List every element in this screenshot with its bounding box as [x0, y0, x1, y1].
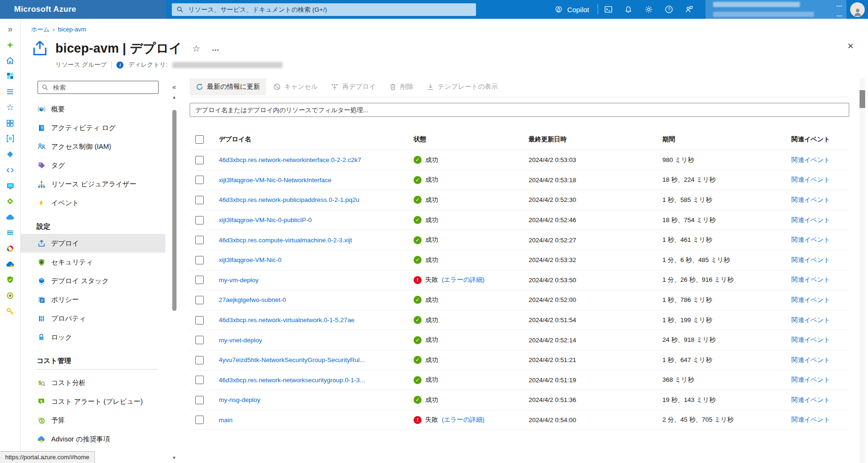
row-checkbox[interactable]: [195, 316, 204, 324]
global-search[interactable]: [172, 3, 476, 16]
all-services-icon[interactable]: [0, 84, 21, 100]
related-events-link[interactable]: 関連イベント: [791, 216, 830, 224]
collapse-menu-icon[interactable]: «: [172, 83, 176, 95]
related-events-link[interactable]: 関連イベント: [791, 416, 830, 423]
row-checkbox[interactable]: [195, 156, 204, 164]
create-resource-icon[interactable]: +: [0, 37, 21, 52]
sidebar-item-properties[interactable]: プロパティ: [21, 309, 165, 328]
code-samples-icon[interactable]: [0, 162, 21, 178]
row-checkbox[interactable]: [195, 296, 204, 304]
menu-scrollbar-thumb[interactable]: [172, 110, 177, 311]
related-events-link[interactable]: 関連イベント: [791, 296, 830, 303]
sidebar-item-resource-visualizer[interactable]: リソース ビジュアライザー: [21, 175, 165, 193]
row-checkbox[interactable]: [195, 236, 204, 244]
deployment-name-link[interactable]: xijt3lfaqgroe-VM-Nic-0-NetworkInterface: [219, 177, 414, 184]
account-overflow-icon-2[interactable]: …: [836, 11, 843, 18]
app-services-icon[interactable]: [0, 209, 21, 225]
cloud-shell-button[interactable]: [598, 0, 618, 19]
menu-search-input[interactable]: [52, 84, 154, 92]
related-events-link[interactable]: 関連イベント: [791, 156, 830, 163]
avatar[interactable]: [850, 2, 865, 17]
deployment-name-link[interactable]: xijt3lfaqgroe-VM-Nic-0-publicIP-0: [219, 216, 414, 224]
refresh-button[interactable]: 最新の情報に更新: [190, 78, 266, 95]
column-header-4[interactable]: 関連イベント: [791, 135, 849, 144]
breadcrumb-current-link[interactable]: bicep-avm: [58, 26, 86, 33]
sidebar-item-cost-analysis[interactable]: $コスト分析: [21, 373, 165, 392]
related-events-link[interactable]: 関連イベント: [791, 356, 830, 363]
sidebar-item-tags[interactable]: タグ: [21, 156, 165, 175]
deployment-name-link[interactable]: main: [219, 417, 414, 424]
copilot-button[interactable]: Copilot: [546, 0, 598, 19]
sidebar-item-events[interactable]: イベント: [21, 193, 165, 212]
view-template-button[interactable]: テンプレートの表示: [421, 78, 504, 95]
row-checkbox[interactable]: [195, 196, 204, 204]
managed-applications-icon[interactable]: [0, 193, 21, 209]
feedback-button[interactable]: [679, 0, 699, 19]
row-checkbox[interactable]: [195, 256, 204, 264]
filter-input[interactable]: [190, 103, 849, 117]
select-all-checkbox[interactable]: [195, 135, 204, 144]
deployment-name-link[interactable]: 4yvu7eizd5htk-NetworkSecurityGroup-Secur…: [219, 356, 414, 363]
cost-management-icon[interactable]: [0, 240, 21, 256]
close-icon[interactable]: ✕: [847, 41, 854, 51]
storage-accounts-icon[interactable]: [0, 225, 21, 240]
account-overflow-icon[interactable]: …: [836, 1, 843, 8]
notifications-button[interactable]: [618, 0, 638, 19]
menu-scrollbar-track[interactable]: [172, 103, 177, 454]
home-icon[interactable]: [0, 53, 21, 68]
delete-button[interactable]: 削除: [383, 78, 420, 95]
column-header-2[interactable]: 最終更新日時: [529, 135, 662, 144]
related-events-link[interactable]: 関連イベント: [791, 256, 830, 263]
related-events-link[interactable]: 関連イベント: [791, 236, 830, 243]
deployment-name-link[interactable]: xijt3lfaqgroe-VM-Nic-0: [219, 256, 414, 263]
deployment-name-link[interactable]: 46d3xbcp.res.compute-virtualmachine.0-2-…: [219, 237, 414, 244]
redeploy-button[interactable]: 再デプロイ: [325, 78, 382, 95]
related-events-link[interactable]: 関連イベント: [791, 176, 830, 183]
deployment-name-link[interactable]: 46d3xbcp.res.network-virtualnetwork.0-1-…: [219, 316, 414, 324]
sidebar-item-locks[interactable]: ロック: [21, 328, 165, 347]
sidebar-item-overview[interactable]: 概要: [21, 100, 165, 118]
related-events-link[interactable]: 関連イベント: [791, 316, 830, 324]
row-checkbox[interactable]: [195, 176, 204, 184]
sidebar-item-security[interactable]: セキュリティ: [21, 253, 165, 271]
column-header-0[interactable]: デプロイ名: [219, 135, 414, 144]
column-header-3[interactable]: 期間: [662, 135, 791, 144]
policy-rings-icon[interactable]: [0, 288, 21, 303]
deployment-name-link[interactable]: 46d3xbcp.res.network-publicipaddress.0-2…: [219, 196, 414, 203]
sidebar-item-access-control-iam[interactable]: アクセス制御 (IAM): [21, 137, 165, 156]
account-info[interactable]: … …: [706, 0, 846, 19]
row-checkbox[interactable]: [195, 276, 204, 284]
related-events-link[interactable]: 関連イベント: [791, 196, 830, 203]
sidebar-item-budgets[interactable]: $予算: [21, 411, 165, 430]
scroll-up-icon[interactable]: ▲: [172, 95, 177, 102]
row-checkbox[interactable]: [195, 376, 204, 384]
sidebar-item-activity-log[interactable]: アクティビティ ログ: [21, 118, 165, 137]
virtual-machines-icon[interactable]: [0, 178, 21, 193]
favorites-star-icon[interactable]: ☆: [0, 100, 21, 115]
error-details-link[interactable]: (エラーの詳細): [442, 416, 484, 424]
row-checkbox[interactable]: [195, 356, 204, 364]
cloud-services-icon[interactable]: [0, 256, 21, 272]
security-center-icon[interactable]: [0, 272, 21, 287]
resource-groups-icon[interactable]: [0, 131, 21, 147]
azure-brand[interactable]: Microsoft Azure: [0, 0, 166, 19]
sidebar-item-deployment-stacks[interactable]: デプロイ スタック: [21, 271, 165, 290]
row-checkbox[interactable]: [195, 396, 204, 404]
favorite-star-icon[interactable]: ☆: [192, 43, 200, 54]
global-search-input[interactable]: [187, 6, 471, 14]
more-menu-icon[interactable]: …: [212, 44, 220, 53]
quickstart-center-icon[interactable]: [0, 147, 21, 162]
deployment-name-link[interactable]: 46d3xbcp.res.network-networkinterface.0-…: [219, 156, 414, 163]
sidebar-item-deployments[interactable]: デプロイ: [21, 234, 165, 253]
scroll-down-icon[interactable]: ▼: [172, 455, 177, 463]
deployment-name-link[interactable]: my-vm-deploy: [219, 277, 414, 284]
menu-search[interactable]: [38, 81, 159, 94]
content-scrollbar-track[interactable]: [860, 78, 865, 463]
cancel-button[interactable]: キャンセル: [267, 78, 324, 95]
deployment-name-link[interactable]: my-vnet-deploy: [219, 337, 414, 344]
sidebar-item-cost-alerts[interactable]: $コスト アラート (プレビュー): [21, 392, 165, 411]
related-events-link[interactable]: 関連イベント: [791, 396, 830, 403]
related-events-link[interactable]: 関連イベント: [791, 376, 830, 383]
sidebar-item-policies[interactable]: ポリシー: [21, 290, 165, 309]
related-events-link[interactable]: 関連イベント: [791, 336, 830, 343]
